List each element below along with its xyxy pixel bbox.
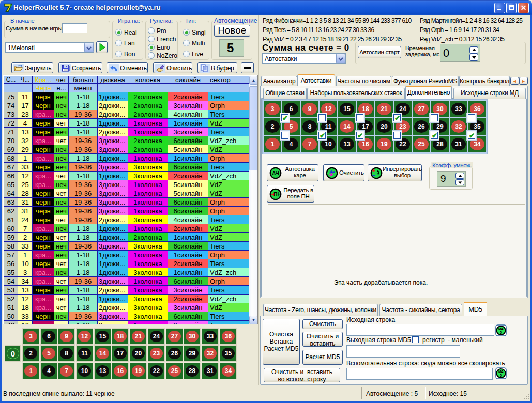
svg-text:АЧ: АЧ bbox=[272, 171, 279, 176]
svg-text:5: 5 bbox=[500, 374, 502, 377]
svg-text:5: 5 bbox=[500, 331, 502, 334]
svg-text:ПН: ПН bbox=[273, 192, 281, 197]
